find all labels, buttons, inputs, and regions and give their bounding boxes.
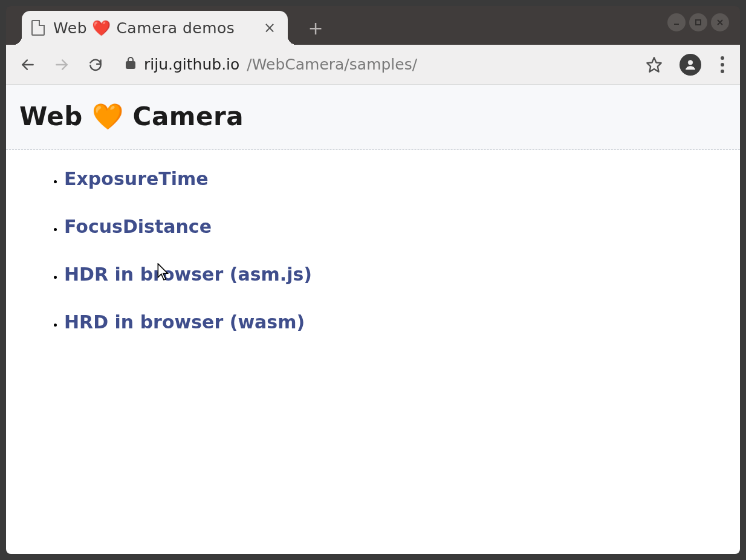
list-item: HDR in browser (asm.js) xyxy=(64,264,722,285)
window-controls xyxy=(667,13,729,31)
demo-list: ExposureTime FocusDistance HDR in browse… xyxy=(50,168,722,333)
dot-icon xyxy=(721,56,724,60)
demo-link-hdr-asm[interactable]: HDR in browser (asm.js) xyxy=(64,264,312,285)
bookmark-button[interactable] xyxy=(644,55,664,74)
tab-strip: Web ❤️ Camera demos × + xyxy=(6,6,740,45)
page-title: Web 🧡 Camera xyxy=(19,102,727,131)
page-header: Web 🧡 Camera xyxy=(6,85,740,150)
dot-icon xyxy=(721,70,724,73)
svg-rect-6 xyxy=(126,62,135,68)
svg-rect-1 xyxy=(696,20,701,25)
url-host: riju.github.io xyxy=(144,56,239,73)
close-tab-button[interactable]: × xyxy=(264,21,276,35)
address-bar[interactable]: riju.github.io/WebCamera/samples/ xyxy=(120,56,618,74)
plus-icon: + xyxy=(308,18,323,39)
list-item: HRD in browser (wasm) xyxy=(64,311,722,333)
page-icon xyxy=(31,20,45,36)
window-maximize-button[interactable] xyxy=(689,13,707,31)
demo-link-hrd-wasm[interactable]: HRD in browser (wasm) xyxy=(64,311,305,333)
lock-icon xyxy=(125,56,137,74)
new-tab-button[interactable]: + xyxy=(303,16,328,40)
demo-link-exposuretime[interactable]: ExposureTime xyxy=(64,168,209,189)
url-path: /WebCamera/samples/ xyxy=(247,56,417,73)
window-minimize-button[interactable] xyxy=(667,13,686,31)
list-item: FocusDistance xyxy=(64,216,722,237)
page-body: ExposureTime FocusDistance HDR in browse… xyxy=(6,150,740,377)
toolbar-right xyxy=(644,53,728,77)
demo-link-focusdistance[interactable]: FocusDistance xyxy=(64,216,212,237)
menu-button[interactable] xyxy=(717,53,728,77)
dot-icon xyxy=(721,63,724,67)
page-viewport[interactable]: Web 🧡 Camera ExposureTime FocusDistance … xyxy=(6,85,740,554)
reload-button[interactable] xyxy=(86,55,105,74)
profile-button[interactable] xyxy=(680,54,701,76)
back-button[interactable] xyxy=(18,55,37,74)
list-item: ExposureTime xyxy=(64,168,722,189)
forward-button[interactable] xyxy=(52,55,71,74)
tab-title: Web ❤️ Camera demos xyxy=(53,19,255,37)
window-close-button[interactable] xyxy=(711,13,729,31)
browser-tab[interactable]: Web ❤️ Camera demos × xyxy=(22,11,288,45)
browser-toolbar: riju.github.io/WebCamera/samples/ xyxy=(6,45,740,85)
browser-window: Web ❤️ Camera demos × + xyxy=(6,6,740,554)
svg-point-8 xyxy=(688,60,692,64)
svg-marker-7 xyxy=(647,57,661,71)
